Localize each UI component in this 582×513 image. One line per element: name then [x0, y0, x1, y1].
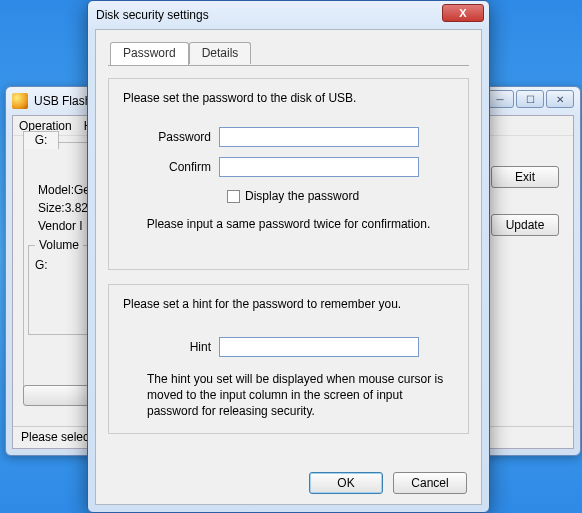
bg-close-button[interactable]: ✕ — [546, 90, 574, 108]
display-password-row[interactable]: Display the password — [227, 189, 454, 203]
tab-details[interactable]: Details — [189, 42, 252, 64]
hint-input[interactable] — [219, 337, 419, 357]
password-intro: Please set the password to the disk of U… — [123, 91, 454, 105]
volume-label: Volume — [35, 238, 83, 252]
confirm-input[interactable] — [219, 157, 419, 177]
confirm-label: Confirm — [123, 160, 219, 174]
dialog-close-button[interactable]: X — [442, 4, 484, 22]
password-group: Please set the password to the disk of U… — [108, 78, 469, 270]
dialog-title: Disk security settings — [96, 8, 209, 22]
tab-strip: Password Details — [110, 42, 469, 64]
dialog-client: Password Details Please set the password… — [95, 29, 482, 505]
tab-content: Please set the password to the disk of U… — [108, 65, 469, 457]
usb-app-icon — [12, 93, 28, 109]
hint-intro: Please set a hint for the password to re… — [123, 297, 454, 311]
dialog-titlebar[interactable]: Disk security settings X — [88, 1, 489, 29]
cancel-button[interactable]: Cancel — [393, 472, 467, 494]
password-note: Please input a same password twice for c… — [123, 217, 454, 231]
tab-password[interactable]: Password — [110, 42, 189, 65]
display-password-label: Display the password — [245, 189, 359, 203]
hint-note: The hint you set will be displayed when … — [123, 371, 454, 419]
hint-label: Hint — [123, 340, 219, 354]
dialog-button-row: OK Cancel — [309, 472, 467, 494]
drive-tab-g[interactable]: G: — [23, 131, 59, 149]
exit-button[interactable]: Exit — [491, 166, 559, 188]
hint-group: Please set a hint for the password to re… — [108, 284, 469, 434]
password-label: Password — [123, 130, 219, 144]
update-button[interactable]: Update — [491, 214, 559, 236]
bg-maximize-button[interactable]: ☐ — [516, 90, 544, 108]
bg-minimize-button[interactable]: ─ — [486, 90, 514, 108]
disk-security-dialog: Disk security settings X Password Detail… — [87, 0, 490, 513]
display-password-checkbox[interactable] — [227, 190, 240, 203]
ok-button[interactable]: OK — [309, 472, 383, 494]
password-input[interactable] — [219, 127, 419, 147]
volume-drive: G: — [35, 258, 91, 272]
